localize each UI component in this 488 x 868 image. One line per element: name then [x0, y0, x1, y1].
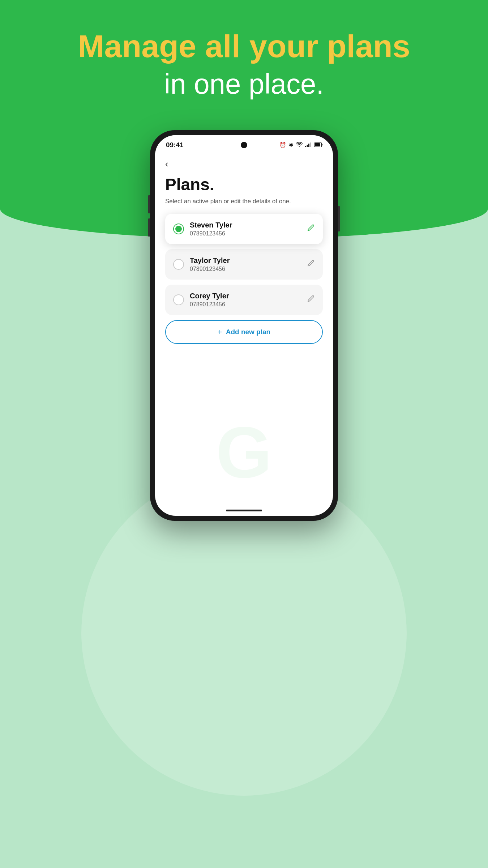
alarm-icon: ⏰ — [279, 142, 286, 148]
camera-notch — [241, 142, 247, 148]
add-plan-button[interactable]: + Add new plan — [165, 320, 323, 344]
status-icons: ⏰ ✱ — [279, 142, 323, 148]
vol-up-button — [148, 195, 150, 213]
taylor-plan-info: Taylor Tyler 07890123456 — [190, 256, 301, 272]
plan-card-taylor[interactable]: Taylor Tyler 07890123456 — [165, 249, 323, 280]
active-plan-number: 07890123456 — [190, 230, 301, 237]
svg-rect-2 — [308, 144, 309, 147]
subheadline: in one place. — [0, 68, 488, 101]
svg-rect-1 — [307, 145, 308, 147]
svg-rect-3 — [310, 142, 311, 147]
corey-plan-edit-button[interactable] — [307, 295, 315, 305]
plan-card-active[interactable]: Steven Tyler 07890123456 — [165, 214, 323, 244]
plan-card-corey[interactable]: Corey Tyler 07890123456 — [165, 285, 323, 315]
radio-inactive-corey[interactable] — [173, 294, 184, 305]
status-time: 09:41 — [166, 141, 184, 149]
headline: Manage all your plans — [0, 29, 488, 64]
radio-active-indicator[interactable] — [173, 224, 184, 234]
phone-outer: 09:41 ⏰ ✱ — [150, 130, 338, 521]
active-plan-name: Steven Tyler — [190, 221, 301, 229]
svg-rect-5 — [315, 143, 320, 146]
taylor-plan-name: Taylor Tyler — [190, 256, 301, 265]
active-plan-edit-button[interactable] — [307, 224, 315, 234]
active-plan-info: Steven Tyler 07890123456 — [190, 221, 301, 237]
taylor-plan-edit-button[interactable] — [307, 259, 315, 269]
corey-plan-info: Corey Tyler 07890123456 — [190, 292, 301, 308]
vol-down-button — [148, 218, 150, 237]
battery-icon — [314, 142, 323, 148]
home-indicator — [226, 510, 262, 511]
page-title: Plans. — [165, 175, 323, 194]
power-button — [338, 206, 340, 231]
header-section: Manage all your plans in one place. — [0, 29, 488, 101]
back-button[interactable]: ‹ — [165, 155, 180, 171]
svg-rect-0 — [305, 146, 306, 147]
radio-inactive-taylor[interactable] — [173, 259, 184, 270]
phone-mockup: 09:41 ⏰ ✱ — [150, 130, 338, 521]
phone-screen: 09:41 ⏰ ✱ — [155, 135, 333, 516]
screen-content: ‹ Plans. Select an active plan or edit t… — [155, 155, 333, 344]
wifi-icon — [296, 142, 303, 148]
plus-icon: + — [218, 327, 222, 337]
signal-icon — [305, 142, 312, 148]
corey-plan-name: Corey Tyler — [190, 292, 301, 300]
page-subtitle: Select an active plan or edit the detail… — [165, 197, 323, 206]
corey-plan-number: 07890123456 — [190, 301, 301, 308]
radio-active-inner — [175, 226, 182, 232]
status-bar: 09:41 ⏰ ✱ — [155, 135, 333, 155]
watermark-logo: G — [216, 411, 272, 494]
bluetooth-icon: ✱ — [289, 142, 294, 148]
add-plan-label: Add new plan — [226, 328, 271, 336]
taylor-plan-number: 07890123456 — [190, 266, 301, 272]
